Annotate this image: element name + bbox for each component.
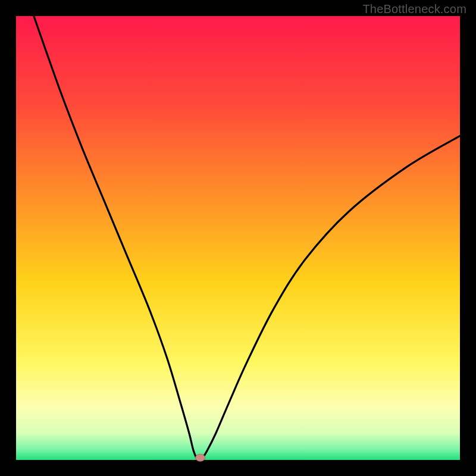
optimal-point-marker: [196, 454, 205, 461]
watermark-text: TheBottleneck.com: [362, 2, 466, 16]
chart-container: TheBottleneck.com: [0, 0, 476, 476]
bottleneck-chart: [0, 0, 476, 476]
plot-area: [16, 16, 460, 460]
